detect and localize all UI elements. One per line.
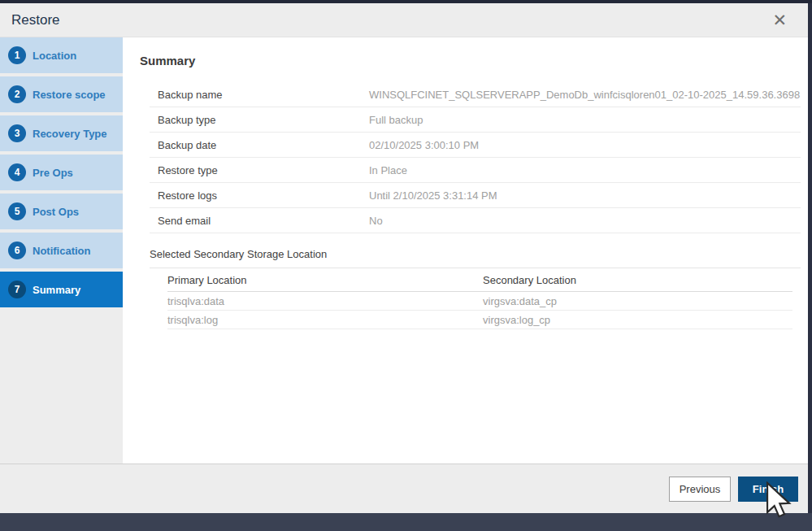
dialog-titlebar: Restore ✕	[0, 3, 808, 37]
step-number-badge: 1	[8, 46, 26, 64]
secondary-location-cell: virgsva:log_cp	[483, 314, 792, 326]
sidebar-item-notification[interactable]: 6 Notification	[0, 233, 123, 268]
sidebar-item-recovery-type[interactable]: 3 Recovery Type	[0, 115, 123, 151]
sidebar-item-location[interactable]: 1 Location	[0, 37, 123, 73]
sidebar-item-restore-scope[interactable]: 2 Restore scope	[0, 76, 123, 112]
row-value: In Place	[369, 164, 407, 176]
column-header-primary: Primary Location	[167, 274, 483, 286]
row-label: Restore type	[150, 164, 369, 176]
table-row: trisqlva:log virgsva:log_cp	[167, 311, 792, 329]
secondary-storage-heading: Selected Secondary Storage Location	[150, 248, 801, 268]
column-header-secondary: Secondary Location	[483, 274, 792, 286]
close-icon[interactable]: ✕	[767, 10, 792, 30]
step-label: Restore scope	[33, 89, 106, 101]
row-label: Backup name	[150, 89, 369, 101]
step-number-badge: 7	[8, 281, 26, 298]
step-number-badge: 5	[8, 202, 26, 220]
summary-row-backup-date: Backup date 02/10/2025 3:00:10 PM	[150, 133, 801, 158]
summary-panel: Summary Backup name WINSQLFCINET_SQLSERV…	[123, 37, 808, 464]
row-value: No	[369, 215, 383, 227]
dialog-footer: Previous Finish	[0, 464, 812, 513]
storage-location-table: Primary Location Secondary Location tris…	[167, 268, 792, 329]
row-value: Full backup	[369, 114, 423, 126]
row-value: 02/10/2025 3:00:10 PM	[369, 139, 479, 151]
wizard-steps-sidebar: 1 Location 2 Restore scope 3 Recovery Ty…	[0, 37, 123, 311]
row-value: WINSQLFCINET_SQLSERVERAPP_DemoDb_winfcis…	[369, 89, 800, 101]
page-title: Summary	[140, 54, 801, 67]
step-number-badge: 2	[8, 85, 26, 103]
step-label: Post Ops	[33, 206, 79, 218]
primary-location-cell: trisqlva:log	[167, 314, 483, 326]
dialog-title: Restore	[11, 12, 60, 28]
sidebar-item-post-ops[interactable]: 5 Post Ops	[0, 194, 123, 229]
step-label: Location	[33, 50, 76, 62]
secondary-location-cell: virgsva:data_cp	[483, 295, 792, 307]
finish-button[interactable]: Finish	[738, 477, 798, 502]
step-label: Pre Ops	[33, 167, 73, 179]
summary-row-backup-name: Backup name WINSQLFCINET_SQLSERVERAPP_De…	[150, 82, 801, 107]
sidebar-item-summary[interactable]: 7 Summary	[0, 272, 123, 307]
row-label: Backup date	[150, 139, 369, 151]
window-edge-bottom	[0, 513, 812, 531]
primary-location-cell: trisqlva:data	[167, 295, 483, 307]
table-header-row: Primary Location Secondary Location	[167, 268, 792, 292]
sidebar-item-pre-ops[interactable]: 4 Pre Ops	[0, 155, 123, 190]
restore-dialog: Restore ✕ 1 Location 2 Restore scope 3 R…	[0, 0, 812, 531]
summary-row-restore-logs: Restore logs Until 2/10/2025 3:31:14 PM	[150, 183, 801, 208]
row-value: Until 2/10/2025 3:31:14 PM	[369, 189, 497, 202]
summary-row-send-email: Send email No	[150, 208, 801, 233]
row-label: Restore logs	[150, 189, 369, 202]
summary-row-backup-type: Backup type Full backup	[150, 107, 801, 133]
step-label: Summary	[33, 284, 80, 296]
step-label: Notification	[33, 245, 91, 257]
step-number-badge: 3	[8, 124, 26, 142]
step-number-badge: 6	[8, 242, 26, 259]
window-edge-right	[808, 3, 812, 513]
table-row: trisqlva:data virgsva:data_cp	[167, 292, 792, 311]
step-number-badge: 4	[8, 163, 26, 181]
summary-row-restore-type: Restore type In Place	[150, 158, 801, 183]
previous-button[interactable]: Previous	[669, 477, 731, 502]
step-label: Recovery Type	[33, 128, 107, 140]
row-label: Send email	[150, 215, 369, 227]
row-label: Backup type	[150, 114, 369, 126]
